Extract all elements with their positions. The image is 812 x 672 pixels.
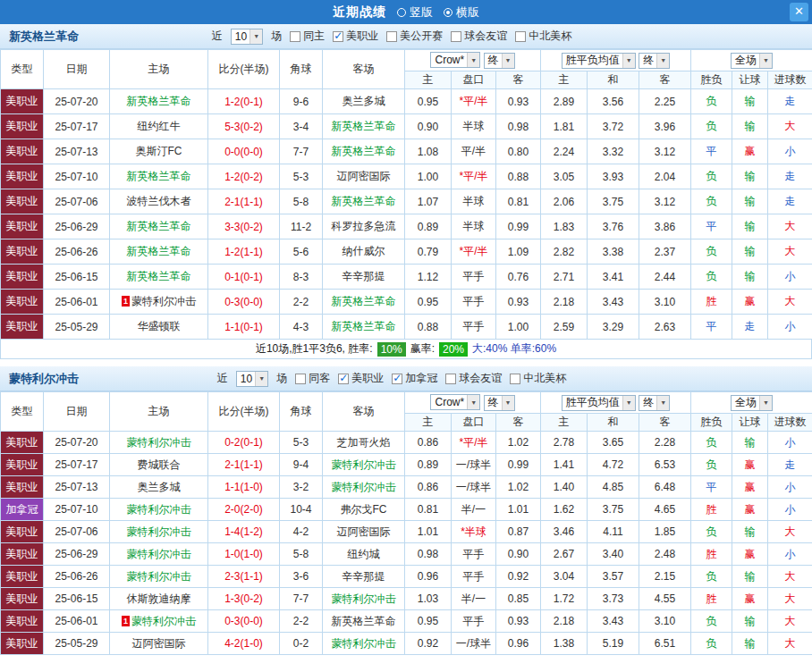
odds-away: 1.01 <box>496 499 541 521</box>
filter-checkbox-1-1[interactable]: 同主 <box>290 29 325 44</box>
filter-checkbox-2-1[interactable]: 同客 <box>295 371 330 386</box>
score: 1-2(0-1) <box>208 89 280 114</box>
league-badge: 美职业 <box>1 290 44 315</box>
result-goals: 大 <box>768 521 812 543</box>
table-row: 美职业25-07-13奥兰多城1-1(1-0)3-2蒙特利尔冲击0.86一/球半… <box>1 476 812 499</box>
filter-checkbox-1-3[interactable]: 美公开赛 <box>386 29 443 44</box>
away-team-name: 蒙特利尔冲击 <box>332 592 396 605</box>
checkbox-icon <box>445 374 456 384</box>
away-team: 迈阿密国际 <box>323 164 405 189</box>
odds-time-select-value: 终 <box>488 53 499 68</box>
avg-away-odds: 2.63 <box>639 315 691 340</box>
odds-away: 0.99 <box>496 454 541 476</box>
match-date: 25-07-17 <box>44 454 110 476</box>
home-team-name: 蒙特利尔冲击 <box>127 525 191 538</box>
summary-text: 赢率: <box>410 341 435 357</box>
score: 2-3(1-1) <box>208 566 280 588</box>
handicap: 半球 <box>452 114 496 139</box>
column-header: 比分(半场) <box>208 392 280 432</box>
away-team-name: 迈阿密国际 <box>337 170 391 182</box>
checkbox-label: 美职业 <box>351 371 384 386</box>
filter-checkbox-1-4[interactable]: 球会友谊 <box>451 29 507 44</box>
odds-time-select[interactable]: 终▼ <box>484 395 515 411</box>
result-handicap: 赢 <box>732 454 768 476</box>
odds-provider-select[interactable]: Crow*▼ <box>430 394 480 410</box>
score: 1-3(0-2) <box>208 588 280 610</box>
layout-radio-vertical[interactable]: 竖版 <box>397 4 433 21</box>
match-date: 25-06-15 <box>44 588 110 610</box>
avg-group-header: 胜平负均值▼ 终▼ <box>541 392 691 414</box>
odds-home: 0.98 <box>405 543 452 566</box>
home-team: 蒙特利尔冲击 <box>110 566 208 588</box>
filter-checkbox-1-5[interactable]: 中北美杯 <box>515 29 571 44</box>
team-name: 蒙特利尔冲击 <box>9 371 79 387</box>
result-goals: 大 <box>768 566 812 588</box>
corners: 3-6 <box>280 566 323 588</box>
match-date: 25-07-10 <box>44 164 110 189</box>
avg-odds-select[interactable]: 胜平负均值▼ <box>562 395 636 411</box>
score: 5-3(0-2) <box>208 114 280 139</box>
close-button[interactable]: ✕ <box>790 3 808 21</box>
table-row: 美职业25-06-15休斯敦迪纳摩1-3(0-2)7-7蒙特利尔冲击1.03半/… <box>1 588 812 610</box>
corners: 2-2 <box>280 610 323 633</box>
section-header-2: 蒙特利尔冲击近10▼场同客美职业加拿冠球会友谊中北美杯 <box>0 366 812 391</box>
result-handicap: 赢 <box>732 139 768 164</box>
corners: 3-4 <box>280 114 323 139</box>
result-handicap: 输 <box>732 114 768 139</box>
odds-away: 0.87 <box>496 521 541 543</box>
scope-select[interactable]: 全场▼ <box>731 53 773 69</box>
filter-checkbox-2-3[interactable]: 加拿冠 <box>392 371 437 386</box>
match-count-select-value: 10 <box>241 373 252 385</box>
odds-time-select[interactable]: 终▼ <box>484 53 515 69</box>
away-team-name: 芝加哥火焰 <box>337 436 391 449</box>
odds-home: 1.12 <box>405 265 452 290</box>
home-team: 新英格兰革命 <box>110 265 208 290</box>
home-team: 纽约红牛 <box>110 114 208 139</box>
home-team: 蒙特利尔冲击 <box>110 521 208 543</box>
away-team-name: 新英格兰革命 <box>332 195 396 207</box>
home-team-name: 休斯敦迪纳摩 <box>127 592 191 605</box>
handicap: 半/一 <box>452 588 496 610</box>
odds-provider-select[interactable]: Crow*▼ <box>430 52 480 68</box>
league-badge: 美职业 <box>1 315 44 340</box>
checkbox-label: 中北美杯 <box>529 29 571 44</box>
layout-radio-horizontal[interactable]: 横版 <box>444 4 479 21</box>
match-date: 25-07-20 <box>44 89 110 114</box>
avg-draw-odds: 3.75 <box>588 499 639 521</box>
home-team-name: 新英格兰革命 <box>127 170 191 182</box>
avg-time-select[interactable]: 终▼ <box>639 53 670 69</box>
header-row-groups: 类型日期主场比分(半场)角球客场Crow*▼ 终▼胜平负均值▼ 终▼全场▼ <box>1 392 812 414</box>
filter-checkbox-2-4[interactable]: 球会友谊 <box>445 371 502 386</box>
away-team: 纽约城 <box>323 543 405 566</box>
odds-home: 0.90 <box>405 114 452 139</box>
match-count-select[interactable]: 10▼ <box>236 371 268 387</box>
avg-odds-select[interactable]: 胜平负均值▼ <box>562 53 636 69</box>
result-outcome: 胜 <box>691 543 732 566</box>
away-team-name: 纳什威尔 <box>343 245 385 257</box>
home-team: 新英格兰革命 <box>110 214 208 239</box>
filter-checkbox-2-5[interactable]: 中北美杯 <box>510 371 566 386</box>
avg-time-select[interactable]: 终▼ <box>639 395 670 411</box>
odds-home: 1.08 <box>405 139 452 164</box>
result-goals: 小 <box>768 139 812 164</box>
handicap: 平手 <box>452 610 496 633</box>
match-count-select[interactable]: 10▼ <box>231 29 263 45</box>
scope-select-value: 全场 <box>735 53 757 68</box>
avg-away-odds: 3.10 <box>639 610 691 633</box>
corners: 5-3 <box>280 432 323 454</box>
table-row: 美职业25-06-15新英格兰革命0-1(0-1)8-3辛辛那提1.12平手0.… <box>1 265 812 290</box>
filter-checkbox-2-2[interactable]: 美职业 <box>338 371 384 386</box>
sub-column-header: 进球数 <box>768 414 812 432</box>
handicap-win-rate-badge: 20% <box>439 342 468 357</box>
home-team: 蒙特利尔冲击 <box>110 543 208 566</box>
home-team: 华盛顿联 <box>110 315 208 340</box>
table-row: 美职业25-06-26蒙特利尔冲击2-3(1-1)3-6辛辛那提0.96平手0.… <box>1 566 812 588</box>
match-date: 25-06-26 <box>44 239 110 265</box>
filter-checkbox-1-2[interactable]: 美职业 <box>333 29 378 44</box>
home-team: 蒙特利尔冲击 <box>110 432 208 454</box>
sub-column-header: 客 <box>639 414 691 432</box>
avg-home-odds: 1.40 <box>541 476 588 499</box>
avg-home-odds: 1.38 <box>541 633 588 655</box>
scope-select[interactable]: 全场▼ <box>731 395 773 411</box>
column-header: 日期 <box>44 392 110 432</box>
